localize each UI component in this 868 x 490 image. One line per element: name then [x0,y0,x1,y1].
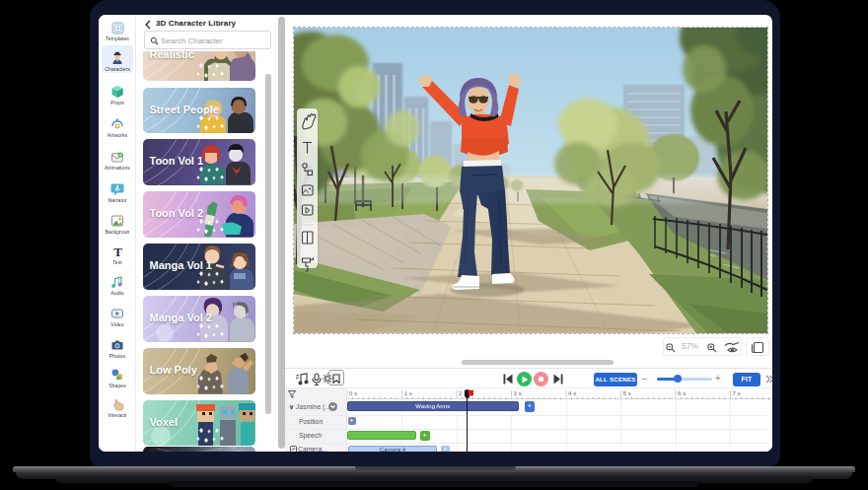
svg-text:7 s: 7 s [733,389,741,396]
svg-text:3 s: 3 s [514,389,522,396]
svg-text:0 s: 0 s [349,389,357,396]
svg-text:5 s: 5 s [623,389,631,396]
svg-text:T: T [113,245,122,258]
svg-text:4 s: 4 s [568,389,576,396]
svg-text:1 s: 1 s [404,389,412,396]
svg-text:6 s: 6 s [678,389,686,396]
